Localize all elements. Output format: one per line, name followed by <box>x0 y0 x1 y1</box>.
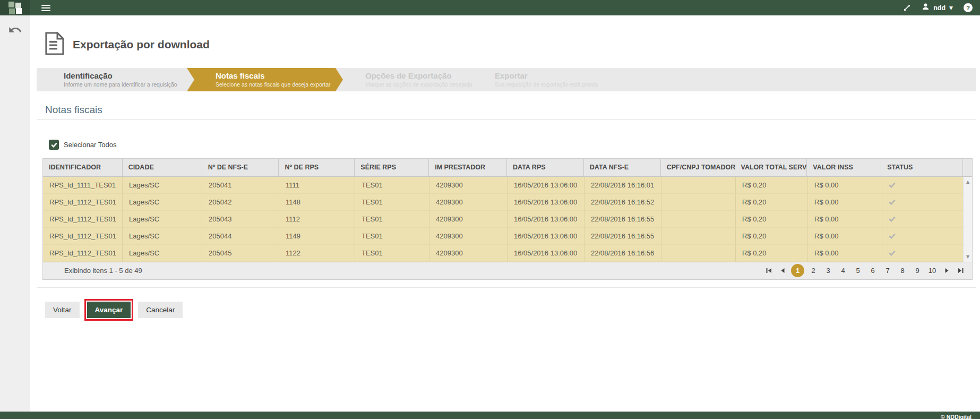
table-cell <box>661 177 736 194</box>
table-row[interactable]: RPS_Id_1111_TES01Lages/SC2050411111TES01… <box>43 177 972 194</box>
table-cell: 16/05/2016 13:06:00 <box>508 194 584 211</box>
table-row[interactable]: RPS_Id_1112_TES01Lages/SC2050451122TES01… <box>43 245 972 262</box>
table-cell: Lages/SC <box>123 194 202 211</box>
table-cell: R$ 0,00 <box>808 211 882 228</box>
table-cell: R$ 0,00 <box>808 177 882 194</box>
table-cell: 205045 <box>202 245 279 262</box>
vertical-scrollbar[interactable]: ▲ ▼ <box>963 177 972 262</box>
menu-icon[interactable] <box>41 3 50 13</box>
table-cell: R$ 0,20 <box>736 228 808 245</box>
page-number-7[interactable]: 7 <box>882 265 893 277</box>
items-summary: Exibindo itens 1 - 5 de 49 <box>64 267 142 275</box>
wizard-step-4: ExportarSua requisição de exportação est… <box>472 68 605 91</box>
step-label: Notas fiscais <box>216 71 343 80</box>
user-menu[interactable]: ndd ▼ <box>922 3 953 13</box>
page-number-4[interactable]: 4 <box>837 265 849 277</box>
table-header-row: IDENTIFICADORCIDADENº DE NFS-ENº DE RPSS… <box>43 159 972 177</box>
page-number-9[interactable]: 9 <box>912 265 923 277</box>
page-number-5[interactable]: 5 <box>852 265 864 277</box>
table-cell <box>661 245 736 262</box>
table-cell: 4209300 <box>429 177 508 194</box>
header-spacer <box>963 159 972 176</box>
page-number-3[interactable]: 3 <box>822 265 834 277</box>
column-header[interactable]: Nº DE RPS <box>279 159 355 176</box>
page-number-8[interactable]: 8 <box>897 265 908 277</box>
table-cell: TES01 <box>355 194 429 211</box>
table-cell: Lages/SC <box>123 228 202 245</box>
column-header[interactable]: SÉRIE RPS <box>355 159 429 176</box>
table-cell: R$ 0,00 <box>808 194 882 211</box>
voltar-button[interactable]: Voltar <box>45 302 80 318</box>
table-cell: 16/05/2016 13:06:00 <box>508 177 584 194</box>
column-header[interactable]: VALOR INSS <box>807 159 881 176</box>
table-cell: 22/08/2016 16:16:56 <box>584 245 661 262</box>
wizard-step-2[interactable]: Notas fiscaisSelecione as notas fiscais … <box>187 68 343 91</box>
column-header[interactable]: DATA NFS-E <box>584 159 661 176</box>
caret-down-icon: ▼ <box>949 5 953 11</box>
table-cell: 205044 <box>202 228 279 245</box>
table-cell: TES01 <box>355 228 429 245</box>
content: Exportação por download IdentificaçãoInf… <box>30 15 980 412</box>
table-cell <box>661 211 736 228</box>
user-name: ndd <box>933 4 945 12</box>
column-header[interactable]: CPF/CNPJ TOMADOR <box>661 159 735 176</box>
table-cell: Lages/SC <box>123 211 202 228</box>
pagination-next-icon[interactable] <box>941 266 952 276</box>
app-logo-icon[interactable] <box>0 0 30 15</box>
column-header[interactable]: CIDADE <box>123 159 202 176</box>
page-number-1[interactable]: 1 <box>791 264 804 277</box>
page-number-6[interactable]: 6 <box>867 265 879 277</box>
wizard-step-1[interactable]: IdentificaçãoInforme um nome para identi… <box>37 68 194 91</box>
column-header[interactable]: IDENTIFICADOR <box>43 159 123 176</box>
step-subtitle: Selecione as notas fiscais que deseja ex… <box>216 81 343 88</box>
checkbox-checked-icon[interactable] <box>49 140 59 150</box>
cancelar-button[interactable]: Cancelar <box>138 302 183 318</box>
table-cell: 1122 <box>279 245 355 262</box>
scroll-up-icon[interactable]: ▲ <box>964 179 972 184</box>
status-check-icon <box>882 177 964 194</box>
scroll-down-icon[interactable]: ▼ <box>964 254 972 259</box>
table-cell: RPS_Id_1112_TES01 <box>43 211 123 228</box>
avancar-button[interactable]: Avançar <box>87 302 131 318</box>
status-check-icon <box>882 194 964 211</box>
table-cell: R$ 0,20 <box>736 211 808 228</box>
table-cell <box>661 228 736 245</box>
table-cell: 4209300 <box>429 194 508 211</box>
user-icon <box>922 3 930 13</box>
status-check-icon <box>882 211 964 228</box>
table-cell: TES01 <box>355 177 429 194</box>
select-all[interactable]: Selecionar Todos <box>49 140 117 150</box>
section-title: Notas fiscais <box>45 104 976 116</box>
pagination-prev-icon[interactable] <box>777 266 788 276</box>
select-all-label: Selecionar Todos <box>64 141 117 149</box>
table-cell: RPS_Id_1112_TES01 <box>43 194 123 211</box>
pagination: 12345678910 <box>763 264 966 277</box>
content-divider <box>37 287 976 288</box>
table-row[interactable]: RPS_Id_1112_TES01Lages/SC2050441149TES01… <box>43 228 972 245</box>
table-cell: 16/05/2016 13:06:00 <box>508 245 584 262</box>
wizard-steps: IdentificaçãoInforme um nome para identi… <box>37 68 976 91</box>
table-cell: 205043 <box>202 211 279 228</box>
fullscreen-icon[interactable] <box>903 4 911 12</box>
back-icon[interactable] <box>8 23 22 39</box>
column-header[interactable]: VALOR TOTAL SERV... <box>735 159 807 176</box>
table-footer: Exibindo itens 1 - 5 de 49 12345678910 <box>43 262 972 279</box>
column-header[interactable]: IM PRESTADOR <box>429 159 507 176</box>
table-row[interactable]: RPS_Id_1112_TES01Lages/SC2050421148TES01… <box>43 194 972 211</box>
page-number-10[interactable]: 10 <box>926 265 938 277</box>
footer: © NDDigital <box>0 412 980 419</box>
annotation-highlight: Avançar <box>84 299 134 321</box>
column-header[interactable]: STATUS <box>881 159 963 176</box>
step-label: Opções de Exportação <box>365 71 472 80</box>
table-cell: RPS_Id_1112_TES01 <box>43 228 123 245</box>
document-icon <box>45 32 64 57</box>
pagination-last-icon[interactable] <box>955 266 966 276</box>
table-row[interactable]: RPS_Id_1112_TES01Lages/SC2050431112TES01… <box>43 211 972 228</box>
column-header[interactable]: Nº DE NFS-E <box>202 159 279 176</box>
table-cell: RPS_Id_1111_TES01 <box>43 177 123 194</box>
help-icon[interactable]: ? <box>964 3 973 12</box>
pagination-first-icon[interactable] <box>763 266 774 276</box>
column-header[interactable]: DATA RPS <box>507 159 584 176</box>
copyright: © NDDigital <box>941 414 972 419</box>
page-number-2[interactable]: 2 <box>807 265 819 277</box>
